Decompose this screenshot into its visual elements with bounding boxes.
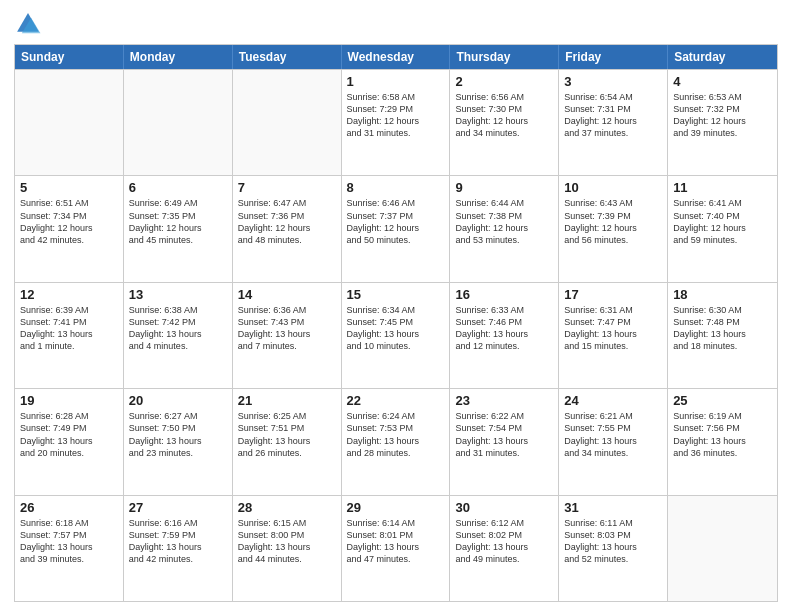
day-cell-21: 21Sunrise: 6:25 AM Sunset: 7:51 PM Dayli…	[233, 389, 342, 494]
day-number: 15	[347, 287, 445, 302]
day-cell-12: 12Sunrise: 6:39 AM Sunset: 7:41 PM Dayli…	[15, 283, 124, 388]
day-cell-17: 17Sunrise: 6:31 AM Sunset: 7:47 PM Dayli…	[559, 283, 668, 388]
day-info: Sunrise: 6:25 AM Sunset: 7:51 PM Dayligh…	[238, 410, 336, 459]
empty-cell	[124, 70, 233, 175]
day-number: 29	[347, 500, 445, 515]
day-info: Sunrise: 6:58 AM Sunset: 7:29 PM Dayligh…	[347, 91, 445, 140]
weekday-header-wednesday: Wednesday	[342, 45, 451, 69]
day-cell-22: 22Sunrise: 6:24 AM Sunset: 7:53 PM Dayli…	[342, 389, 451, 494]
weekday-header-friday: Friday	[559, 45, 668, 69]
day-cell-7: 7Sunrise: 6:47 AM Sunset: 7:36 PM Daylig…	[233, 176, 342, 281]
day-cell-28: 28Sunrise: 6:15 AM Sunset: 8:00 PM Dayli…	[233, 496, 342, 601]
day-info: Sunrise: 6:21 AM Sunset: 7:55 PM Dayligh…	[564, 410, 662, 459]
day-cell-1: 1Sunrise: 6:58 AM Sunset: 7:29 PM Daylig…	[342, 70, 451, 175]
day-number: 31	[564, 500, 662, 515]
day-cell-23: 23Sunrise: 6:22 AM Sunset: 7:54 PM Dayli…	[450, 389, 559, 494]
day-info: Sunrise: 6:44 AM Sunset: 7:38 PM Dayligh…	[455, 197, 553, 246]
day-cell-4: 4Sunrise: 6:53 AM Sunset: 7:32 PM Daylig…	[668, 70, 777, 175]
day-cell-29: 29Sunrise: 6:14 AM Sunset: 8:01 PM Dayli…	[342, 496, 451, 601]
day-cell-27: 27Sunrise: 6:16 AM Sunset: 7:59 PM Dayli…	[124, 496, 233, 601]
day-cell-8: 8Sunrise: 6:46 AM Sunset: 7:37 PM Daylig…	[342, 176, 451, 281]
day-number: 3	[564, 74, 662, 89]
day-info: Sunrise: 6:53 AM Sunset: 7:32 PM Dayligh…	[673, 91, 772, 140]
day-number: 19	[20, 393, 118, 408]
day-info: Sunrise: 6:38 AM Sunset: 7:42 PM Dayligh…	[129, 304, 227, 353]
day-info: Sunrise: 6:47 AM Sunset: 7:36 PM Dayligh…	[238, 197, 336, 246]
day-number: 7	[238, 180, 336, 195]
day-cell-2: 2Sunrise: 6:56 AM Sunset: 7:30 PM Daylig…	[450, 70, 559, 175]
day-number: 5	[20, 180, 118, 195]
calendar-row-2: 5Sunrise: 6:51 AM Sunset: 7:34 PM Daylig…	[15, 175, 777, 281]
day-number: 16	[455, 287, 553, 302]
empty-cell	[233, 70, 342, 175]
weekday-header-sunday: Sunday	[15, 45, 124, 69]
weekday-header-saturday: Saturday	[668, 45, 777, 69]
header	[14, 10, 778, 38]
day-cell-18: 18Sunrise: 6:30 AM Sunset: 7:48 PM Dayli…	[668, 283, 777, 388]
day-number: 9	[455, 180, 553, 195]
day-cell-26: 26Sunrise: 6:18 AM Sunset: 7:57 PM Dayli…	[15, 496, 124, 601]
day-info: Sunrise: 6:22 AM Sunset: 7:54 PM Dayligh…	[455, 410, 553, 459]
day-info: Sunrise: 6:16 AM Sunset: 7:59 PM Dayligh…	[129, 517, 227, 566]
day-info: Sunrise: 6:27 AM Sunset: 7:50 PM Dayligh…	[129, 410, 227, 459]
calendar-row-1: 1Sunrise: 6:58 AM Sunset: 7:29 PM Daylig…	[15, 69, 777, 175]
logo-icon	[14, 10, 42, 38]
day-info: Sunrise: 6:41 AM Sunset: 7:40 PM Dayligh…	[673, 197, 772, 246]
day-info: Sunrise: 6:43 AM Sunset: 7:39 PM Dayligh…	[564, 197, 662, 246]
day-cell-31: 31Sunrise: 6:11 AM Sunset: 8:03 PM Dayli…	[559, 496, 668, 601]
calendar-row-3: 12Sunrise: 6:39 AM Sunset: 7:41 PM Dayli…	[15, 282, 777, 388]
day-cell-3: 3Sunrise: 6:54 AM Sunset: 7:31 PM Daylig…	[559, 70, 668, 175]
day-number: 6	[129, 180, 227, 195]
day-number: 30	[455, 500, 553, 515]
day-info: Sunrise: 6:19 AM Sunset: 7:56 PM Dayligh…	[673, 410, 772, 459]
day-info: Sunrise: 6:31 AM Sunset: 7:47 PM Dayligh…	[564, 304, 662, 353]
day-number: 8	[347, 180, 445, 195]
logo	[14, 10, 46, 38]
day-info: Sunrise: 6:15 AM Sunset: 8:00 PM Dayligh…	[238, 517, 336, 566]
calendar-body: 1Sunrise: 6:58 AM Sunset: 7:29 PM Daylig…	[15, 69, 777, 601]
day-info: Sunrise: 6:54 AM Sunset: 7:31 PM Dayligh…	[564, 91, 662, 140]
day-cell-15: 15Sunrise: 6:34 AM Sunset: 7:45 PM Dayli…	[342, 283, 451, 388]
day-cell-11: 11Sunrise: 6:41 AM Sunset: 7:40 PM Dayli…	[668, 176, 777, 281]
day-cell-14: 14Sunrise: 6:36 AM Sunset: 7:43 PM Dayli…	[233, 283, 342, 388]
day-info: Sunrise: 6:18 AM Sunset: 7:57 PM Dayligh…	[20, 517, 118, 566]
calendar-row-4: 19Sunrise: 6:28 AM Sunset: 7:49 PM Dayli…	[15, 388, 777, 494]
day-cell-20: 20Sunrise: 6:27 AM Sunset: 7:50 PM Dayli…	[124, 389, 233, 494]
day-cell-19: 19Sunrise: 6:28 AM Sunset: 7:49 PM Dayli…	[15, 389, 124, 494]
day-info: Sunrise: 6:34 AM Sunset: 7:45 PM Dayligh…	[347, 304, 445, 353]
weekday-header-thursday: Thursday	[450, 45, 559, 69]
day-number: 12	[20, 287, 118, 302]
day-cell-24: 24Sunrise: 6:21 AM Sunset: 7:55 PM Dayli…	[559, 389, 668, 494]
day-info: Sunrise: 6:51 AM Sunset: 7:34 PM Dayligh…	[20, 197, 118, 246]
calendar: SundayMondayTuesdayWednesdayThursdayFrid…	[14, 44, 778, 602]
day-info: Sunrise: 6:39 AM Sunset: 7:41 PM Dayligh…	[20, 304, 118, 353]
day-info: Sunrise: 6:11 AM Sunset: 8:03 PM Dayligh…	[564, 517, 662, 566]
day-info: Sunrise: 6:28 AM Sunset: 7:49 PM Dayligh…	[20, 410, 118, 459]
day-number: 11	[673, 180, 772, 195]
day-number: 17	[564, 287, 662, 302]
day-number: 25	[673, 393, 772, 408]
day-info: Sunrise: 6:24 AM Sunset: 7:53 PM Dayligh…	[347, 410, 445, 459]
day-number: 22	[347, 393, 445, 408]
day-cell-30: 30Sunrise: 6:12 AM Sunset: 8:02 PM Dayli…	[450, 496, 559, 601]
day-cell-9: 9Sunrise: 6:44 AM Sunset: 7:38 PM Daylig…	[450, 176, 559, 281]
calendar-row-5: 26Sunrise: 6:18 AM Sunset: 7:57 PM Dayli…	[15, 495, 777, 601]
page: SundayMondayTuesdayWednesdayThursdayFrid…	[0, 0, 792, 612]
day-number: 10	[564, 180, 662, 195]
weekday-header-tuesday: Tuesday	[233, 45, 342, 69]
day-info: Sunrise: 6:33 AM Sunset: 7:46 PM Dayligh…	[455, 304, 553, 353]
day-number: 2	[455, 74, 553, 89]
day-number: 14	[238, 287, 336, 302]
day-cell-25: 25Sunrise: 6:19 AM Sunset: 7:56 PM Dayli…	[668, 389, 777, 494]
day-number: 23	[455, 393, 553, 408]
day-info: Sunrise: 6:14 AM Sunset: 8:01 PM Dayligh…	[347, 517, 445, 566]
day-info: Sunrise: 6:12 AM Sunset: 8:02 PM Dayligh…	[455, 517, 553, 566]
day-number: 28	[238, 500, 336, 515]
day-number: 24	[564, 393, 662, 408]
day-info: Sunrise: 6:36 AM Sunset: 7:43 PM Dayligh…	[238, 304, 336, 353]
day-info: Sunrise: 6:49 AM Sunset: 7:35 PM Dayligh…	[129, 197, 227, 246]
calendar-header: SundayMondayTuesdayWednesdayThursdayFrid…	[15, 45, 777, 69]
day-cell-10: 10Sunrise: 6:43 AM Sunset: 7:39 PM Dayli…	[559, 176, 668, 281]
empty-cell	[668, 496, 777, 601]
day-cell-5: 5Sunrise: 6:51 AM Sunset: 7:34 PM Daylig…	[15, 176, 124, 281]
